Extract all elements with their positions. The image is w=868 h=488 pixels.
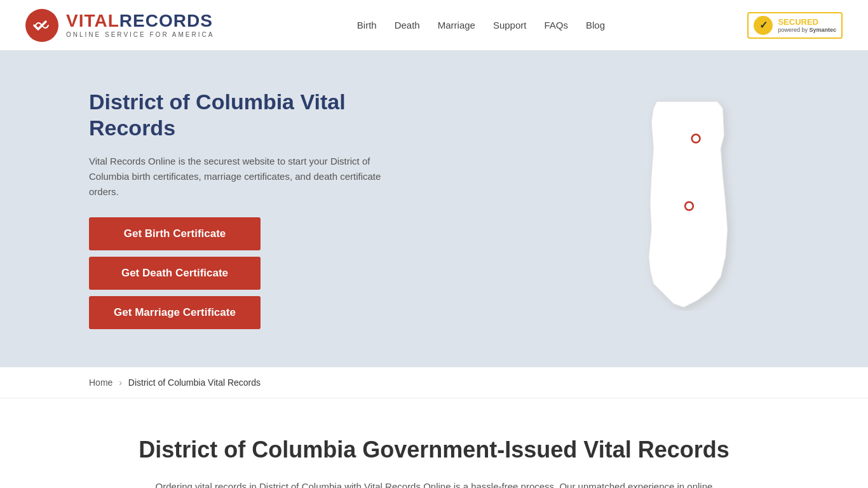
hero-title: District of Columbia Vital Records [89, 89, 407, 141]
norton-text: SECURED powered by Symantec [778, 17, 836, 33]
norton-check-icon: ✓ [754, 16, 773, 35]
norton-powered-label: powered by Symantec [778, 27, 836, 33]
logo-records: RECORDS [119, 11, 213, 30]
hero-description: Vital Records Online is the securest web… [89, 154, 407, 200]
breadcrumb: Home › District of Columbia Vital Record… [0, 367, 868, 398]
nav-death[interactable]: Death [395, 20, 420, 30]
nav-marriage[interactable]: Marriage [438, 20, 475, 30]
logo-text: VITALRECORDS ONLINE SERVICE FOR AMERICA [66, 12, 214, 38]
breadcrumb-separator: › [119, 377, 122, 388]
logo-tagline: ONLINE SERVICE FOR AMERICA [66, 31, 214, 38]
nav-blog[interactable]: Blog [586, 20, 605, 30]
main-section-description: Ordering vital records in District of Co… [148, 478, 720, 488]
hero-content: District of Columbia Vital Records Vital… [89, 89, 407, 329]
main-nav: Birth Death Marriage Support FAQs Blog [357, 20, 605, 30]
main-content-section: District of Columbia Government-Issued V… [0, 398, 868, 488]
nav-support[interactable]: Support [493, 20, 527, 30]
logo-vital: VITAL [66, 11, 119, 30]
breadcrumb-home[interactable]: Home [89, 377, 112, 388]
logo-icon [25, 9, 58, 42]
nav-faqs[interactable]: FAQs [544, 20, 568, 30]
nav-birth[interactable]: Birth [357, 20, 377, 30]
get-birth-certificate-button[interactable]: Get Birth Certificate [89, 217, 261, 250]
breadcrumb-current: District of Columbia Vital Records [128, 377, 261, 388]
get-death-certificate-button[interactable]: Get Death Certificate [89, 257, 261, 290]
main-section-title: District of Columbia Government-Issued V… [89, 437, 779, 463]
get-marriage-certificate-button[interactable]: Get Marriage Certificate [89, 296, 261, 329]
norton-secured-label: SECURED [778, 17, 836, 27]
hero-buttons: Get Birth Certificate Get Death Certific… [89, 217, 407, 329]
state-map [614, 95, 779, 323]
hero-section: District of Columbia Vital Records Vital… [0, 51, 868, 367]
logo-area: VITALRECORDS ONLINE SERVICE FOR AMERICA [25, 9, 214, 42]
norton-badge: ✓ SECURED powered by Symantec [747, 12, 843, 39]
